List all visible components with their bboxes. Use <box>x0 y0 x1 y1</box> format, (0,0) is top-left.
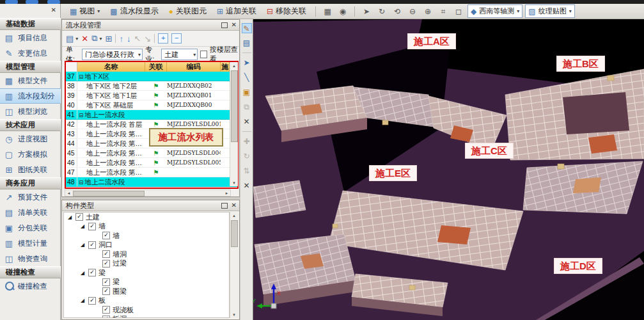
sidebar-item-model-measure[interactable]: ▥ 模型计量 <box>0 236 61 251</box>
tree-node[interactable]: ✓ 墙洞 <box>64 250 229 259</box>
sidebar-item-list-link[interactable]: ▤ 清单关联 <box>0 205 61 220</box>
scroll-down-icon[interactable]: ▾ <box>230 311 238 318</box>
table-row[interactable]: 46 地上一流水段 第… ⚑ MJZLDSYLSDL005 <box>66 158 237 168</box>
region-tool-icon[interactable]: ▣ <box>242 87 252 97</box>
table-row[interactable]: 37 ⊟地下X区 <box>66 72 237 81</box>
float-panel-icon[interactable] <box>221 22 228 28</box>
select-tool-icon[interactable]: ➤ <box>360 7 373 16</box>
checkbox-checked[interactable]: ✓ <box>102 278 110 286</box>
checkbox-checked[interactable]: ✓ <box>102 260 110 268</box>
table-row[interactable]: 38 地下X区 地下2层 ⚑ MJZLDXXQB02 <box>66 81 237 91</box>
scrollbar-thumb[interactable] <box>231 220 238 247</box>
clear-tool-icon[interactable]: ✕ <box>242 116 252 127</box>
chevron-down-icon[interactable]: ▾ <box>100 36 102 42</box>
delete-icon[interactable]: ✕ <box>81 34 88 44</box>
tree-node[interactable]: ◢ ✓ 洞口 <box>64 241 229 250</box>
move-up-icon[interactable]: ↑ <box>119 34 123 44</box>
collapse-icon[interactable]: ⊟ <box>79 112 84 118</box>
append-link-button[interactable]: ⊞ 追加关联 <box>213 4 260 18</box>
sidebar-item-progress-view[interactable]: ◷ 进度视图 <box>0 131 61 147</box>
floor-view-checkbox[interactable] <box>200 51 207 58</box>
sidebar-item-flow-section[interactable]: ▥ 流水段划分 <box>0 88 61 104</box>
construction-column-header[interactable]: 施 <box>221 62 230 72</box>
checkbox-checked[interactable]: ✓ <box>88 223 96 230</box>
scale-tool-icon[interactable]: ⇅ <box>242 166 252 176</box>
sidebar-item-change-info[interactable]: ✎ 变更信息 <box>0 45 61 61</box>
collapse-all-icon[interactable]: − <box>171 33 182 44</box>
new-icon[interactable]: ▤ <box>66 34 74 44</box>
scroll-right-icon[interactable]: ▸ <box>223 190 230 196</box>
panel-tool-icon[interactable]: ▤ <box>242 38 252 48</box>
tree-node[interactable]: ◢ ✓ 土建 <box>64 212 229 222</box>
tree-expander-icon[interactable]: ◢ <box>68 214 73 220</box>
checkbox-checked[interactable]: ✓ <box>102 316 110 318</box>
scroll-down-icon[interactable]: ▾ <box>230 179 238 186</box>
table-row[interactable]: 48 ⊟地上二流水段 <box>66 177 237 187</box>
paste-icon[interactable]: ⊞ <box>106 34 113 44</box>
sidebar-close-icon[interactable]: ✕ <box>51 6 56 13</box>
scroll-up-icon[interactable]: ▴ <box>230 212 238 219</box>
copy-icon[interactable]: ⧉ <box>91 33 97 44</box>
sidebar-item-material-query[interactable]: ◫ 物资查询 <box>0 251 61 266</box>
checkbox-checked[interactable]: ✓ <box>102 306 110 314</box>
sidebar-item-budget-file[interactable]: ↗ 预算文件 <box>0 189 61 205</box>
scrollbar-thumb[interactable] <box>73 191 145 196</box>
sidebar-item-project-info[interactable]: ▤ 项目信息 <box>0 30 61 45</box>
expand-all-icon[interactable]: + <box>158 33 168 44</box>
checkbox-checked[interactable]: ✓ <box>88 269 96 276</box>
sidebar-item-plan-simulation[interactable]: ▢ 方案模拟 <box>0 147 61 162</box>
flow-display-button[interactable]: ▩ 流水段显示 <box>106 4 162 18</box>
view-direction-combo[interactable]: ◆ 西南等轴测 ▾ <box>467 4 522 18</box>
code-column-header[interactable]: 编码 <box>167 62 221 72</box>
pan-tool-icon[interactable]: ⟲ <box>391 7 404 16</box>
table-row[interactable]: 47 地上一流水段 第… ⚑ <box>66 168 237 177</box>
tree-expander-icon[interactable]: ◢ <box>81 223 86 229</box>
table-row[interactable]: 40 地下X区 基础层 ⚑ MJZLDXXQB00 <box>66 100 237 110</box>
collapse-icon[interactable]: ⊟ <box>79 74 84 80</box>
link-element-button[interactable]: ● 关联图元 <box>165 4 210 18</box>
viewport-3d[interactable]: X Y 施工A区 施工B区 施工C区 施工E区 施工D区 <box>253 19 644 320</box>
demote-icon[interactable]: ↘ <box>144 34 151 44</box>
tree-vertical-scrollbar[interactable]: ▴ ▾ <box>230 212 238 318</box>
major-select[interactable]: 土建 ▾ <box>161 49 198 60</box>
zoom-in-tool-icon[interactable]: ⊕ <box>421 7 434 16</box>
zoom-out-tool-icon[interactable]: ⊖ <box>406 7 419 16</box>
tree-node[interactable]: ✓ 梁 <box>64 278 229 287</box>
name-column-header[interactable]: 名称 <box>77 62 145 72</box>
cancel-tool-icon[interactable]: ✕ <box>242 180 252 191</box>
float-panel-icon[interactable] <box>221 203 228 209</box>
checkbox-checked[interactable]: ✓ <box>102 250 110 258</box>
sidebar-item-subcontract-link[interactable]: ▣ 分包关联 <box>0 220 61 236</box>
checkbox-checked[interactable]: ✓ <box>88 297 96 305</box>
unit-select[interactable]: 门急诊楼及行政 ▾ <box>82 49 143 60</box>
select-elements-tool-icon[interactable]: ➤ <box>242 58 252 68</box>
scrollbar-thumb[interactable] <box>231 70 238 142</box>
collapse-icon[interactable]: ⊟ <box>79 179 84 186</box>
tree-node[interactable]: ✓ 过梁 <box>64 259 229 269</box>
remove-link-button[interactable]: ⊟ 移除关联 <box>263 4 310 18</box>
grid-tool-icon[interactable]: ▦ <box>321 7 334 16</box>
rotate-tool-icon[interactable]: ↻ <box>242 151 252 161</box>
checkbox-checked[interactable]: ✓ <box>102 232 110 239</box>
tree-node[interactable]: ✓ 现浇板 <box>64 305 229 315</box>
sidebar-item-model-file[interactable]: ▦ 模型文件 <box>0 73 61 88</box>
tree-node[interactable]: ◢ ✓ 板 <box>64 296 229 306</box>
orbit-tool-icon[interactable]: ↻ <box>375 7 388 16</box>
close-icon[interactable]: ✕ <box>232 202 237 209</box>
tree-node[interactable]: ◢ ✓ 墙 <box>64 222 229 232</box>
checkbox-checked[interactable]: ✓ <box>75 213 83 221</box>
close-icon[interactable]: ✕ <box>232 22 237 28</box>
checkbox-checked[interactable]: ✓ <box>88 241 96 249</box>
checkbox-checked[interactable]: ✓ <box>102 287 110 295</box>
tree-node[interactable]: ✓ 板洞 <box>64 315 229 319</box>
brush-tool-icon[interactable]: ✎ <box>242 23 252 33</box>
table-row[interactable]: 41 ⊟地上一流水段 <box>66 110 237 120</box>
render-mode-combo[interactable]: ▨ 纹理贴图 ▾ <box>525 4 574 18</box>
sidebar-item-drawing-link[interactable]: ⊞ 图纸关联 <box>0 162 61 177</box>
move-down-icon[interactable]: ↓ <box>127 34 131 44</box>
sidebar-item-clash-check[interactable]: 碰撞检查 <box>0 278 61 294</box>
promote-icon[interactable]: ↖ <box>134 34 141 44</box>
line-tool-icon[interactable]: ╲ <box>242 72 252 83</box>
move-tool-icon[interactable]: ✚ <box>242 136 252 147</box>
tree-expander-icon[interactable]: ◢ <box>81 298 86 303</box>
